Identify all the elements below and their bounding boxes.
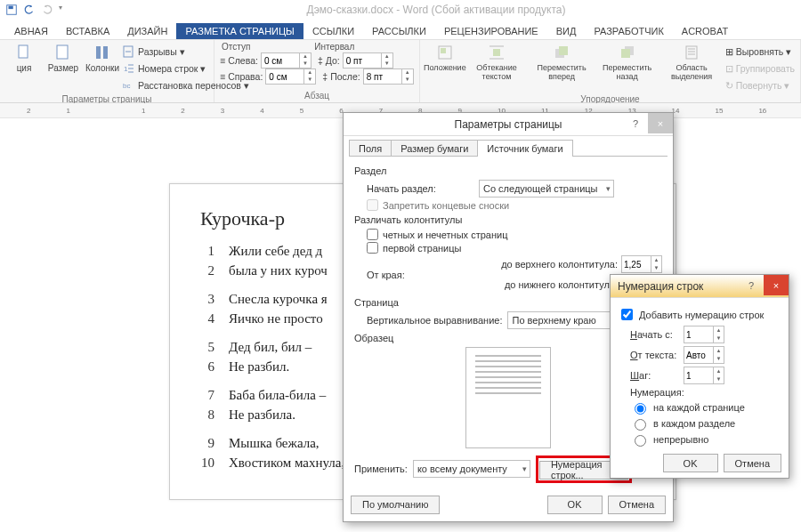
doc-title: Дэмо-сказки.docx - Word (Сбой активации … <box>71 4 801 16</box>
dlg-tab-papersrc[interactable]: Источник бумаги <box>477 140 572 157</box>
tab-8[interactable]: РАЗРАБОТЧИК <box>585 23 672 39</box>
tab-9[interactable]: ACROBAT <box>673 23 737 39</box>
undo-icon[interactable] <box>23 4 36 16</box>
add-numbering-checkbox[interactable] <box>621 309 633 320</box>
from-text-input[interactable]: ▲▼ <box>684 346 724 364</box>
position-button[interactable]: Положение <box>425 42 465 93</box>
section-start-select[interactable]: Со следующей страницы <box>479 180 614 197</box>
dlg-tab-papersize[interactable]: Размер бумаги <box>391 140 478 157</box>
header-top-input[interactable]: ▲▼ <box>621 255 662 273</box>
opt-each-section[interactable] <box>635 419 646 431</box>
tab-0[interactable]: АВНАЯ <box>5 23 57 39</box>
opt-continuous[interactable] <box>635 435 646 447</box>
ribbon-tabs: АВНАЯ ВСТАВКА ДИЗАЙН РАЗМЕТКА СТРАНИЦЫ С… <box>0 20 801 40</box>
cancel-button[interactable]: Отмена <box>724 454 781 472</box>
tab-7[interactable]: ВИД <box>547 23 586 39</box>
default-button[interactable]: По умолчанию <box>351 496 440 514</box>
close-icon[interactable]: × <box>648 113 673 133</box>
cancel-button[interactable]: Отмена <box>608 496 666 514</box>
indent-right[interactable]: ▲▼ <box>265 69 316 85</box>
selection-pane-button[interactable]: Область выделения <box>659 42 723 93</box>
line-numbers-dialog: Нумерация строк ?× Добавить нумерацию ст… <box>610 274 789 479</box>
group-menu[interactable]: ⊡Группировать <box>725 60 795 77</box>
opt-each-page[interactable] <box>635 403 646 415</box>
svg-rect-2 <box>19 45 28 58</box>
svg-rect-5 <box>103 46 108 59</box>
wrap-text-button[interactable]: Обтекание текстом <box>466 42 528 93</box>
svg-rect-11 <box>493 49 500 56</box>
tab-6[interactable]: РЕЦЕНЗИРОВАНИЕ <box>435 23 547 39</box>
svg-rect-10 <box>441 48 446 53</box>
svg-rect-4 <box>96 46 101 59</box>
svg-rect-16 <box>686 46 697 59</box>
ok-button[interactable]: OK <box>547 496 603 514</box>
redo-icon[interactable] <box>41 4 53 16</box>
svg-rect-3 <box>57 45 68 59</box>
space-before[interactable]: ▲▼ <box>343 52 393 69</box>
preview-thumbnail <box>465 347 551 448</box>
svg-rect-1 <box>9 6 13 10</box>
step-input[interactable]: ▲▼ <box>684 367 724 384</box>
tab-4[interactable]: ССЫЛКИ <box>303 23 363 39</box>
help-icon[interactable]: ? <box>739 275 764 295</box>
indent-left[interactable]: ▲▼ <box>261 52 312 69</box>
align-menu[interactable]: ⊞Выровнять ▾ <box>725 44 795 60</box>
first-page-checkbox[interactable] <box>367 242 378 254</box>
indent-right-icon: ≡ <box>220 71 225 82</box>
indent-left-icon: ≡ <box>220 55 225 66</box>
dlg-tab-fields[interactable]: Поля <box>349 140 392 157</box>
columns-button[interactable]: Колонки <box>84 42 121 93</box>
help-icon[interactable]: ? <box>623 113 648 133</box>
endnotes-checkbox <box>367 199 378 211</box>
bring-forward-button[interactable]: Переместить вперед <box>529 42 595 93</box>
close-icon[interactable]: × <box>764 275 789 295</box>
orientation-button[interactable]: ция <box>5 42 43 93</box>
start-at-input[interactable]: ▲▼ <box>684 326 724 343</box>
rotate-menu[interactable]: ↻Повернуть ▾ <box>725 77 795 93</box>
qat-customize-icon[interactable]: ▾ <box>59 4 71 16</box>
space-after[interactable]: ▲▼ <box>363 69 414 85</box>
tab-5[interactable]: РАССЫЛКИ <box>363 23 435 39</box>
svg-text:bc: bc <box>123 82 130 90</box>
tab-1[interactable]: ВСТАВКА <box>57 23 118 39</box>
ok-button[interactable]: OK <box>663 454 718 472</box>
svg-rect-15 <box>621 49 630 58</box>
tab-2[interactable]: ДИЗАЙН <box>118 23 176 39</box>
size-button[interactable]: Размер <box>44 42 82 93</box>
send-backward-button[interactable]: Переместить назад <box>596 42 659 93</box>
save-icon[interactable] <box>5 4 18 16</box>
odd-even-checkbox[interactable] <box>367 229 378 240</box>
tab-3[interactable]: РАЗМЕТКА СТРАНИЦЫ <box>176 23 303 39</box>
svg-rect-13 <box>559 46 568 55</box>
svg-text:1: 1 <box>124 65 128 73</box>
apply-to-select[interactable]: ко всему документу <box>413 460 530 478</box>
